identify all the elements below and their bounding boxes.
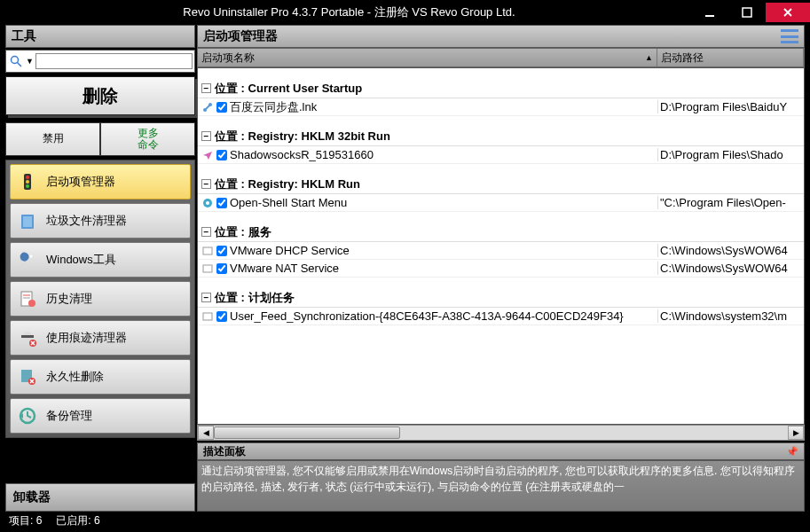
item-name: User_Feed_Synchronization-{48CE643F-A38C… bbox=[230, 309, 624, 323]
svg-point-6 bbox=[26, 180, 29, 184]
shell-icon bbox=[201, 197, 214, 209]
more-line2: 命令 bbox=[138, 139, 159, 151]
horizontal-scrollbar[interactable]: ◀ ▶ bbox=[197, 425, 805, 441]
pin-icon[interactable]: 📌 bbox=[786, 446, 798, 458]
svg-point-5 bbox=[26, 176, 29, 179]
nav-tracks-cleaner[interactable]: 使用痕迹清理器 bbox=[10, 320, 191, 356]
collapse-icon[interactable]: − bbox=[201, 179, 211, 189]
item-path: "C:\Program Files\Open- bbox=[657, 196, 804, 209]
enable-checkbox[interactable] bbox=[216, 263, 227, 274]
list-item[interactable]: VMware DHCP Service C:\Windows\SysWOW64 bbox=[198, 242, 804, 260]
nav-junk-cleaner[interactable]: 垃圾文件清理器 bbox=[10, 203, 191, 239]
more-commands-button[interactable]: 更多 命令 bbox=[100, 122, 195, 156]
group-header[interactable]: − 位置 : Registry: HKLM Run bbox=[198, 175, 804, 194]
collapse-icon[interactable]: − bbox=[201, 227, 211, 237]
svg-point-14 bbox=[28, 300, 35, 307]
hamburger-icon[interactable] bbox=[781, 29, 798, 43]
traffic-light-icon bbox=[16, 170, 39, 193]
window-controls bbox=[691, 3, 810, 22]
maximize-button[interactable] bbox=[728, 3, 766, 22]
scroll-right-icon[interactable]: ▶ bbox=[788, 426, 804, 440]
minimize-button[interactable] bbox=[691, 3, 728, 22]
group-header[interactable]: − 位置 : 服务 bbox=[198, 223, 804, 242]
item-path: C:\Windows\system32\m bbox=[657, 309, 804, 323]
list-item[interactable]: User_Feed_Synchronization-{48CE643F-A38C… bbox=[198, 308, 804, 325]
list-item[interactable]: 百度云同步盘.lnk D:\Program Files\BaiduY bbox=[198, 98, 804, 116]
item-name: 百度云同步盘.lnk bbox=[230, 99, 317, 115]
right-panel: 启动项管理器 启动项名称 ▲ 启动路径 − 位置 : Current User … bbox=[197, 25, 805, 512]
item-path: D:\Program Files\BaiduY bbox=[657, 100, 804, 113]
svg-point-24 bbox=[206, 201, 209, 205]
collapse-icon[interactable]: − bbox=[201, 293, 211, 302]
statusbar: 项目: 6 已启用: 6 bbox=[0, 512, 810, 530]
tools-header: 工具 bbox=[5, 25, 195, 48]
link-icon bbox=[201, 101, 214, 113]
collapse-icon[interactable]: − bbox=[201, 83, 211, 93]
svg-point-10 bbox=[30, 255, 33, 258]
titlebar[interactable]: Revo Uninstaller Pro 4.3.7 Portable - 注册… bbox=[0, 0, 810, 25]
status-items: 项目: 6 bbox=[9, 513, 42, 528]
item-path: C:\Windows\SysWOW64 bbox=[657, 262, 804, 275]
restore-icon bbox=[16, 404, 39, 427]
search-dropdown-icon[interactable]: ▼ bbox=[26, 57, 34, 66]
search-row: ▼ bbox=[5, 50, 195, 73]
nav-history-cleaner[interactable]: 历史清理 bbox=[10, 281, 191, 317]
description-header[interactable]: 描述面板 📌 bbox=[197, 442, 805, 460]
nav-label: 备份管理 bbox=[46, 408, 92, 424]
enable-checkbox[interactable] bbox=[216, 150, 227, 160]
scroll-thumb[interactable] bbox=[214, 426, 400, 439]
group-title: 位置 : 计划任务 bbox=[215, 290, 295, 306]
trash-icon bbox=[16, 209, 39, 232]
scroll-track[interactable] bbox=[214, 426, 788, 440]
svg-point-22 bbox=[208, 103, 212, 106]
nav-unrecoverable-delete[interactable]: 永久性删除 bbox=[10, 359, 191, 395]
nav-label: 历史清理 bbox=[46, 291, 92, 307]
svg-rect-16 bbox=[21, 335, 34, 338]
enable-checkbox[interactable] bbox=[216, 311, 227, 322]
uninstaller-section[interactable]: 卸载器 bbox=[5, 483, 195, 512]
group-title: 位置 : Registry: HKLM Run bbox=[215, 176, 360, 192]
app-icon bbox=[201, 262, 214, 275]
search-icon bbox=[8, 53, 24, 69]
description-body: 通过启动项管理器, 您不仅能够启用或禁用在Windows启动时自动启动的程序, … bbox=[197, 460, 805, 512]
item-path: C:\Windows\SysWOW64 bbox=[657, 244, 804, 257]
group-title: 位置 : Registry: HKLM 32bit Run bbox=[215, 129, 390, 145]
nav-backup-manager[interactable]: 备份管理 bbox=[10, 398, 191, 434]
disable-button[interactable]: 禁用 bbox=[5, 122, 100, 156]
nav-label: 使用痕迹清理器 bbox=[46, 330, 127, 346]
svg-rect-26 bbox=[203, 265, 212, 272]
svg-point-2 bbox=[12, 57, 19, 64]
col-header-name[interactable]: 启动项名称 ▲ bbox=[198, 49, 657, 66]
group-header[interactable]: − 位置 : 计划任务 bbox=[198, 288, 804, 308]
nav-windows-tools[interactable]: Windows工具 bbox=[10, 242, 191, 278]
svg-rect-9 bbox=[23, 216, 32, 227]
svg-rect-1 bbox=[743, 8, 751, 17]
nav-list: 启动项管理器 垃圾文件清理器 Windows工具 历史清理 使用痕迹清理器 永久… bbox=[5, 160, 195, 438]
left-panel: 工具 ▼ 删除 禁用 更多 命令 启动项管理器 垃圾文件清理器 bbox=[5, 25, 195, 512]
panel-title: 启动项管理器 bbox=[203, 28, 278, 44]
startup-list[interactable]: − 位置 : Current User Startup 百度云同步盘.lnk D… bbox=[197, 67, 805, 425]
enable-checkbox[interactable] bbox=[216, 246, 227, 256]
enable-checkbox[interactable] bbox=[216, 198, 227, 208]
status-enabled: 已启用: 6 bbox=[56, 513, 99, 528]
wrench-icon bbox=[16, 248, 39, 271]
list-item[interactable]: Open-Shell Start Menu "C:\Program Files\… bbox=[198, 194, 804, 212]
document-icon bbox=[16, 287, 39, 310]
enable-checkbox[interactable] bbox=[216, 102, 227, 113]
list-item[interactable]: VMware NAT Service C:\Windows\SysWOW64 bbox=[198, 260, 804, 278]
nav-label: 永久性删除 bbox=[46, 369, 104, 385]
nav-startup-manager[interactable]: 启动项管理器 bbox=[10, 164, 191, 200]
close-button[interactable] bbox=[766, 3, 810, 22]
group-title: 位置 : 服务 bbox=[215, 224, 271, 240]
svg-point-7 bbox=[26, 184, 29, 188]
scroll-left-icon[interactable]: ◀ bbox=[198, 426, 214, 440]
search-input[interactable] bbox=[35, 53, 193, 69]
item-name: ShadowsocksR_519531660 bbox=[230, 148, 374, 161]
collapse-icon[interactable]: − bbox=[201, 131, 211, 141]
delete-button[interactable]: 删除 bbox=[5, 76, 195, 115]
list-item[interactable]: ShadowsocksR_519531660 D:\Program Files\… bbox=[198, 146, 804, 164]
group-header[interactable]: − 位置 : Current User Startup bbox=[198, 79, 804, 98]
group-header[interactable]: − 位置 : Registry: HKLM 32bit Run bbox=[198, 127, 804, 146]
panel-header: 启动项管理器 bbox=[197, 25, 805, 48]
col-header-path[interactable]: 启动路径 bbox=[657, 49, 804, 66]
